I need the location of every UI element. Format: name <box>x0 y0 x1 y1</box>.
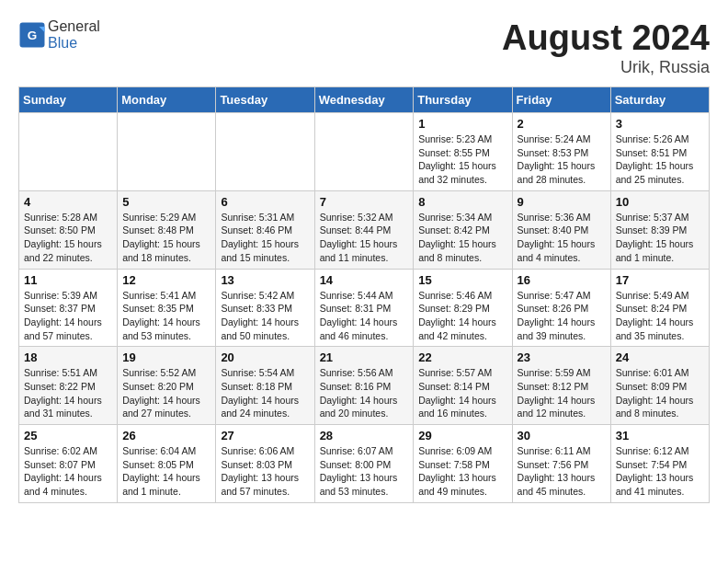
day-details: Sunrise: 6:06 AM Sunset: 8:03 PM Dayligh… <box>221 444 309 499</box>
calendar-cell: 31Sunrise: 6:12 AM Sunset: 7:54 PM Dayli… <box>610 425 709 503</box>
calendar-cell <box>216 113 314 191</box>
day-number: 22 <box>418 350 506 364</box>
calendar-cell <box>314 113 414 191</box>
calendar-cell: 9Sunrise: 5:36 AM Sunset: 8:40 PM Daylig… <box>512 190 610 269</box>
calendar-cell: 7Sunrise: 5:32 AM Sunset: 8:44 PM Daylig… <box>314 190 414 269</box>
calendar-cell: 10Sunrise: 5:37 AM Sunset: 8:39 PM Dayli… <box>610 190 709 269</box>
day-number: 28 <box>320 429 409 442</box>
day-details: Sunrise: 6:12 AM Sunset: 7:54 PM Dayligh… <box>616 444 704 499</box>
calendar-cell: 1Sunrise: 5:23 AM Sunset: 8:55 PM Daylig… <box>414 113 512 191</box>
day-details: Sunrise: 5:59 AM Sunset: 8:12 PM Dayligh… <box>518 366 606 420</box>
calendar-cell: 17Sunrise: 5:49 AM Sunset: 8:24 PM Dayli… <box>610 269 709 347</box>
day-number: 15 <box>418 273 506 287</box>
month-year-title: August 2024 <box>502 18 710 58</box>
day-details: Sunrise: 5:42 AM Sunset: 8:33 PM Dayligh… <box>221 289 309 343</box>
day-details: Sunrise: 6:01 AM Sunset: 8:09 PM Dayligh… <box>616 366 704 420</box>
day-details: Sunrise: 5:41 AM Sunset: 8:35 PM Dayligh… <box>122 289 210 343</box>
day-details: Sunrise: 5:31 AM Sunset: 8:46 PM Dayligh… <box>221 211 309 265</box>
day-details: Sunrise: 6:02 AM Sunset: 8:07 PM Dayligh… <box>24 444 112 499</box>
svg-text:G: G <box>28 29 38 42</box>
day-details: Sunrise: 5:23 AM Sunset: 8:55 PM Dayligh… <box>418 132 506 187</box>
day-details: Sunrise: 5:26 AM Sunset: 8:51 PM Dayligh… <box>616 132 704 187</box>
day-number: 20 <box>221 350 309 364</box>
calendar-week-3: 11Sunrise: 5:39 AM Sunset: 8:37 PM Dayli… <box>19 269 710 347</box>
day-number: 24 <box>616 350 704 364</box>
day-number: 16 <box>518 273 606 287</box>
day-number: 29 <box>418 429 506 442</box>
calendar-cell: 4Sunrise: 5:28 AM Sunset: 8:50 PM Daylig… <box>19 190 118 269</box>
day-number: 12 <box>122 273 210 287</box>
calendar-cell: 16Sunrise: 5:47 AM Sunset: 8:26 PM Dayli… <box>512 269 610 347</box>
day-details: Sunrise: 5:37 AM Sunset: 8:39 PM Dayligh… <box>616 211 704 265</box>
calendar-cell: 22Sunrise: 5:57 AM Sunset: 8:14 PM Dayli… <box>414 347 512 425</box>
day-details: Sunrise: 5:24 AM Sunset: 8:53 PM Dayligh… <box>518 132 606 187</box>
day-details: Sunrise: 5:34 AM Sunset: 8:42 PM Dayligh… <box>418 211 506 265</box>
calendar-week-5: 25Sunrise: 6:02 AM Sunset: 8:07 PM Dayli… <box>19 425 710 503</box>
location-subtitle: Urik, Russia <box>502 58 710 77</box>
calendar-cell: 29Sunrise: 6:09 AM Sunset: 7:58 PM Dayli… <box>414 425 512 503</box>
day-details: Sunrise: 5:32 AM Sunset: 8:44 PM Dayligh… <box>320 211 409 265</box>
day-details: Sunrise: 5:36 AM Sunset: 8:40 PM Dayligh… <box>518 211 606 265</box>
day-details: Sunrise: 6:09 AM Sunset: 7:58 PM Dayligh… <box>418 444 506 499</box>
day-number: 19 <box>122 350 210 364</box>
logo-icon: G <box>18 21 46 49</box>
day-details: Sunrise: 6:04 AM Sunset: 8:05 PM Dayligh… <box>122 444 210 499</box>
day-details: Sunrise: 6:07 AM Sunset: 8:00 PM Dayligh… <box>320 444 409 499</box>
day-number: 3 <box>616 117 704 131</box>
calendar-cell: 30Sunrise: 6:11 AM Sunset: 7:56 PM Dayli… <box>512 425 610 503</box>
day-number: 18 <box>24 350 112 364</box>
day-number: 10 <box>616 195 704 209</box>
day-details: Sunrise: 5:29 AM Sunset: 8:48 PM Dayligh… <box>122 211 210 265</box>
calendar-cell: 27Sunrise: 6:06 AM Sunset: 8:03 PM Dayli… <box>216 425 314 503</box>
calendar-cell: 15Sunrise: 5:46 AM Sunset: 8:29 PM Dayli… <box>414 269 512 347</box>
day-number: 21 <box>320 350 409 364</box>
day-number: 9 <box>518 195 606 209</box>
calendar-body: 1Sunrise: 5:23 AM Sunset: 8:55 PM Daylig… <box>19 113 710 503</box>
calendar-header: SundayMondayTuesdayWednesdayThursdayFrid… <box>19 87 710 113</box>
day-details: Sunrise: 5:54 AM Sunset: 8:18 PM Dayligh… <box>221 366 309 420</box>
calendar-cell: 11Sunrise: 5:39 AM Sunset: 8:37 PM Dayli… <box>19 269 118 347</box>
weekday-header-thursday: Thursday <box>414 87 512 113</box>
day-number: 8 <box>418 195 506 209</box>
weekday-header-sunday: Sunday <box>19 87 118 113</box>
day-number: 1 <box>418 117 506 131</box>
calendar-cell: 24Sunrise: 6:01 AM Sunset: 8:09 PM Dayli… <box>610 347 709 425</box>
day-details: Sunrise: 6:11 AM Sunset: 7:56 PM Dayligh… <box>518 444 606 499</box>
day-number: 4 <box>24 195 112 209</box>
weekday-header-wednesday: Wednesday <box>314 87 414 113</box>
calendar-cell: 2Sunrise: 5:24 AM Sunset: 8:53 PM Daylig… <box>512 113 610 191</box>
day-number: 30 <box>518 429 606 442</box>
calendar-cell: 12Sunrise: 5:41 AM Sunset: 8:35 PM Dayli… <box>118 269 216 347</box>
weekday-header-friday: Friday <box>512 87 610 113</box>
calendar-week-1: 1Sunrise: 5:23 AM Sunset: 8:55 PM Daylig… <box>19 113 710 191</box>
day-details: Sunrise: 5:52 AM Sunset: 8:20 PM Dayligh… <box>122 366 210 420</box>
calendar-cell: 6Sunrise: 5:31 AM Sunset: 8:46 PM Daylig… <box>216 190 314 269</box>
day-number: 27 <box>221 429 309 442</box>
day-number: 7 <box>320 195 409 209</box>
day-details: Sunrise: 5:46 AM Sunset: 8:29 PM Dayligh… <box>418 289 506 343</box>
calendar-cell: 23Sunrise: 5:59 AM Sunset: 8:12 PM Dayli… <box>512 347 610 425</box>
day-number: 11 <box>24 273 112 287</box>
logo-general-text: General <box>48 18 100 34</box>
day-details: Sunrise: 5:49 AM Sunset: 8:24 PM Dayligh… <box>616 289 704 343</box>
day-number: 6 <box>221 195 309 209</box>
day-details: Sunrise: 5:44 AM Sunset: 8:31 PM Dayligh… <box>320 289 409 343</box>
day-number: 23 <box>518 350 606 364</box>
day-number: 25 <box>24 429 112 442</box>
logo: G General Blue <box>18 18 100 52</box>
day-number: 26 <box>122 429 210 442</box>
day-details: Sunrise: 5:57 AM Sunset: 8:14 PM Dayligh… <box>418 366 506 420</box>
calendar-week-2: 4Sunrise: 5:28 AM Sunset: 8:50 PM Daylig… <box>19 190 710 269</box>
calendar-cell: 25Sunrise: 6:02 AM Sunset: 8:07 PM Dayli… <box>19 425 118 503</box>
day-number: 2 <box>518 117 606 131</box>
calendar-cell: 20Sunrise: 5:54 AM Sunset: 8:18 PM Dayli… <box>216 347 314 425</box>
calendar-table: SundayMondayTuesdayWednesdayThursdayFrid… <box>18 86 710 503</box>
day-number: 31 <box>616 429 704 442</box>
calendar-cell: 13Sunrise: 5:42 AM Sunset: 8:33 PM Dayli… <box>216 269 314 347</box>
calendar-cell: 3Sunrise: 5:26 AM Sunset: 8:51 PM Daylig… <box>610 113 709 191</box>
calendar-cell <box>118 113 216 191</box>
day-number: 13 <box>221 273 309 287</box>
weekday-header-monday: Monday <box>118 87 216 113</box>
calendar-cell: 14Sunrise: 5:44 AM Sunset: 8:31 PM Dayli… <box>314 269 414 347</box>
calendar-cell: 8Sunrise: 5:34 AM Sunset: 8:42 PM Daylig… <box>414 190 512 269</box>
